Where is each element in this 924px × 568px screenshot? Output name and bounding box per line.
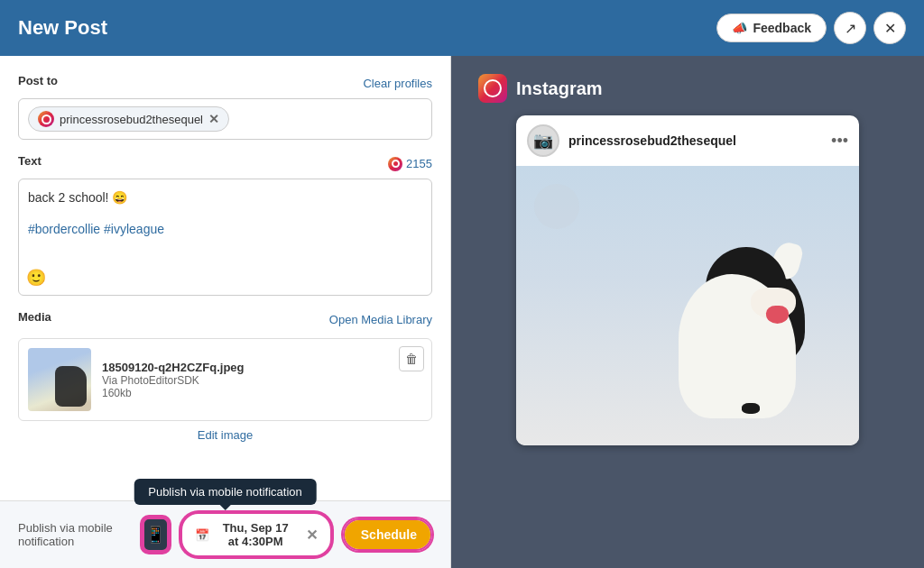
media-filename: 18509120-q2H2CZFq.jpeg [102,361,422,374]
ig-post-image [516,166,859,445]
char-count: 2155 [388,157,432,171]
clear-profiles-link[interactable]: Clear profiles [363,77,432,90]
tooltip: Publish via mobile notification [134,479,317,505]
ig-username: princessrosebud2thesequel [568,133,822,148]
arrow-button[interactable]: ↗ [834,12,866,44]
mobile-notification-button[interactable]: 📱 [142,517,170,553]
post-hashtags: #bordercollie #ivyleague [28,220,422,239]
open-media-library-link[interactable]: Open Media Library [329,313,432,326]
dog-tongue [766,306,789,324]
post-to-row: Post to Clear profiles [18,74,432,93]
megaphone-icon: 📣 [732,21,747,35]
post-text-content: back 2 school! 😄 #bordercollie #ivyleagu… [28,188,422,239]
text-area-box[interactable]: back 2 school! 😄 #bordercollie #ivyleagu… [18,179,432,296]
instagram-icon-small [38,111,54,127]
dog-illustration [651,238,814,418]
schedule-button-group: Schedule ▾ [343,518,432,551]
text-section-header: Text 2155 [18,154,432,173]
instagram-logo-ring [484,79,502,97]
bg-decoration [534,184,579,229]
media-label: Media [18,310,51,324]
profile-name: princessrosebud2thesequel [60,113,203,126]
delete-media-button[interactable]: 🗑 [399,346,424,371]
header: New Post 📣 Feedback ↗ ✕ [0,0,924,56]
ig-more-options-button[interactable]: ••• [831,132,848,151]
emoji-button[interactable]: 🙂 [26,268,46,288]
media-item: 18509120-q2H2CZFq.jpeg Via PhotoEditorSD… [18,338,432,421]
clear-date-button[interactable]: ✕ [306,527,318,544]
schedule-date-text: Thu, Sep 17 at 4:30PM [217,521,295,548]
post-to-label: Post to [18,74,58,87]
media-section-header: Media Open Media Library [18,310,432,329]
thumbnail-dog-shape [55,366,87,407]
close-button[interactable]: ✕ [873,12,906,44]
mobile-icon: 📱 [145,525,165,545]
media-info: 18509120-q2H2CZFq.jpeg Via PhotoEditorSD… [102,361,422,399]
remove-profile-button[interactable]: ✕ [208,112,219,126]
arrow-icon: ↗ [845,20,856,37]
dog-paw [742,403,760,414]
left-panel: Post to Clear profiles princessrosebud2t… [0,56,451,568]
schedule-date-button[interactable]: 📅 Thu, Sep 17 at 4:30PM ✕ [180,512,332,557]
instagram-char-icon [388,157,402,171]
close-icon: ✕ [884,20,896,37]
calendar-icon: 📅 [195,528,209,542]
page-title: New Post [18,16,107,40]
right-panel: Instagram 📷 princessrosebud2thesequel ••… [451,56,924,568]
ig-profile-icon: 📷 [527,124,559,157]
instagram-preview-card: 📷 princessrosebud2thesequel ••• [516,115,859,445]
schedule-button[interactable]: Schedule [345,520,432,549]
ig-card-header: 📷 princessrosebud2thesequel ••• [516,115,859,166]
main-layout: Post to Clear profiles princessrosebud2t… [0,56,924,568]
hashtag-ivyleague: #ivyleague [104,222,164,236]
edit-image-link[interactable]: Edit image [18,428,432,442]
publish-label: Publish via mobile notification [18,521,131,548]
hashtag-bordercollie: #bordercollie [28,222,100,236]
profile-tag: princessrosebud2thesequel ✕ [28,106,229,132]
profile-avatar-icon: 📷 [533,131,553,151]
text-label: Text [18,154,42,168]
media-source: Via PhotoEditorSDK [102,374,422,387]
media-thumbnail [28,348,91,411]
trash-icon: 🗑 [405,352,418,366]
profile-input-box: princessrosebud2thesequel ✕ [18,98,432,140]
feedback-button[interactable]: 📣 Feedback [716,14,827,42]
header-actions: 📣 Feedback ↗ ✕ [716,12,906,44]
preview-header: Instagram [469,74,603,103]
platform-name: Instagram [516,78,603,99]
instagram-logo [478,74,507,103]
media-size: 160kb [102,387,422,399]
